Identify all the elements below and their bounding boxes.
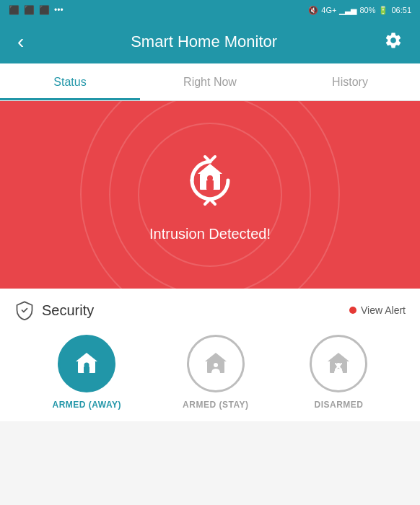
tab-history[interactable]: History <box>280 63 420 100</box>
back-button[interactable]: ‹ <box>12 25 30 59</box>
settings-button[interactable] <box>378 25 408 58</box>
home-open-icon <box>324 349 353 378</box>
status-bar: ⬛ ⬛ ⬛ ••• 🔇 4G+ ▁▃▅ 80% 🔋 06:51 <box>0 0 420 20</box>
signal-icon: ▁▃▅ <box>339 6 356 15</box>
svg-rect-9 <box>84 365 89 368</box>
battery-icon: 🔋 <box>378 6 388 15</box>
alert-section: Intrusion Detected! <box>0 101 420 289</box>
home-person-icon <box>201 349 230 378</box>
svg-marker-10 <box>205 353 227 361</box>
alert-icon-container <box>178 148 242 213</box>
armed-stay-label: ARMED (STAY) <box>183 400 248 410</box>
time-label: 06:51 <box>391 6 411 14</box>
armed-stay-icon <box>187 335 245 392</box>
more-icon: ••• <box>54 5 64 15</box>
tab-right-now[interactable]: Right Now <box>140 63 280 100</box>
disarmed-label: DISARMED <box>314 400 363 410</box>
tabs-bar: Status Right Now History <box>0 63 420 101</box>
header-title: Smart Home Monitor <box>131 32 277 51</box>
mute-icon: 🔇 <box>308 6 318 15</box>
calendar-icon: ⬛ <box>39 5 50 15</box>
security-left: Security <box>14 300 94 320</box>
disarmed-icon <box>310 335 367 392</box>
screenshot-icon: ⬛ <box>24 5 35 15</box>
mode-buttons: ARMED (AWAY) ARMED (STAY) <box>14 335 406 410</box>
status-bar-left: ⬛ ⬛ ⬛ ••• <box>9 5 64 15</box>
header: ‹ Smart Home Monitor <box>0 20 420 63</box>
armed-away-button[interactable]: ARMED (AWAY) <box>53 335 122 410</box>
gear-icon <box>384 31 403 50</box>
view-alert-label: View Alert <box>361 304 406 316</box>
view-alert-button[interactable]: View Alert <box>349 304 406 316</box>
svg-marker-5 <box>76 353 97 361</box>
tab-status[interactable]: Status <box>0 63 140 100</box>
armed-stay-button[interactable]: ARMED (STAY) <box>183 335 248 410</box>
svg-rect-4 <box>208 178 212 182</box>
shield-icon <box>14 300 35 320</box>
svg-point-12 <box>214 363 218 367</box>
armed-away-label: ARMED (AWAY) <box>53 400 122 410</box>
home-lock-icon <box>72 349 101 378</box>
disarmed-button[interactable]: DISARMED <box>310 335 367 410</box>
security-header: Security View Alert <box>14 300 406 320</box>
network-label: 4G+ <box>321 6 336 14</box>
battery-label: 80% <box>359 6 375 14</box>
voicemail-icon: ⬛ <box>9 5 19 15</box>
status-bar-right: 🔇 4G+ ▁▃▅ 80% 🔋 06:51 <box>308 6 411 15</box>
alert-dot <box>349 307 356 314</box>
intrusion-icon <box>178 148 242 213</box>
alert-text: Intrusion Detected! <box>149 226 271 242</box>
armed-away-icon <box>58 335 115 392</box>
security-section: Security View Alert ARMED (AWAY) <box>0 289 420 421</box>
security-label: Security <box>42 302 94 319</box>
svg-marker-13 <box>328 353 349 361</box>
